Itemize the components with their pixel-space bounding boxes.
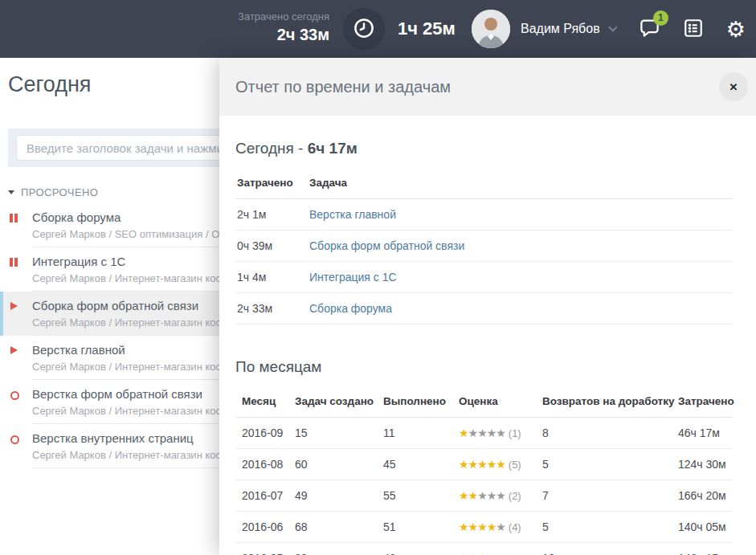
spent-cell: 2ч 33м: [235, 293, 308, 324]
month-cell: 2016-05: [235, 543, 288, 555]
clock-icon: [352, 16, 376, 43]
table-row: 2ч 1м Верстка главной: [235, 199, 732, 231]
caret-down-icon: [8, 190, 14, 194]
spent-cell: 2ч 1м: [235, 199, 308, 231]
active-timer-value: 1ч 25м: [398, 0, 456, 58]
board-list-icon: [683, 18, 704, 41]
task-link[interactable]: Сборка форума: [309, 302, 392, 315]
done-cell: 11: [377, 418, 452, 449]
report-panel-body: Сегодня - 6ч 17м Затрачено Задача 2ч 1м …: [219, 116, 756, 555]
report-panel: Отчет по времени и задачам ✕ Сегодня - 6…: [219, 58, 756, 555]
app-window: Затрачено сегодня 2ч 33м 1ч 25м Вадим Ря…: [0, 0, 756, 555]
created-cell: 60: [288, 449, 377, 480]
column-header-rating: Оценка: [452, 384, 536, 418]
table-row: 2016-05 39 42 ★★★★★(3) 10 146ч 15м: [235, 543, 732, 555]
group-label: ПРОСРОЧЕНО: [21, 186, 98, 198]
done-cell: 55: [377, 480, 452, 512]
returns-cell: 8: [536, 418, 672, 449]
column-header-spent: Затрачено: [672, 384, 732, 418]
header-icons: 1 ⚙: [639, 0, 746, 58]
table-row: 0ч 39м Сборка форм обратной связи: [235, 231, 732, 262]
task-link[interactable]: Верстка главной: [309, 208, 396, 221]
today-heading: Сегодня - 6ч 17м: [235, 140, 732, 157]
column-header-done: Выполнено: [377, 384, 452, 418]
avatar[interactable]: [472, 10, 510, 48]
created-cell: 39: [288, 543, 377, 555]
spent-cell: 166ч 20м: [672, 480, 732, 512]
returns-cell: 7: [536, 480, 672, 512]
user-menu[interactable]: Вадим Рябов: [521, 0, 616, 58]
spent-today-block: Затрачено сегодня 2ч 33м: [238, 10, 329, 45]
rating-stars: ★★★★★: [459, 458, 505, 471]
month-cell: 2016-06: [235, 512, 288, 543]
task-status-icon[interactable]: [10, 214, 21, 223]
column-header-month: Месяц: [235, 384, 288, 418]
close-button[interactable]: ✕: [719, 72, 748, 101]
rating-count: (4): [509, 521, 521, 533]
task-status-icon[interactable]: [10, 346, 21, 356]
timer-button[interactable]: [343, 8, 385, 50]
month-cell: 2016-08: [235, 449, 288, 480]
month-cell: 2016-09: [235, 418, 288, 449]
rating-count: (1): [509, 427, 521, 439]
app-header: Затрачено сегодня 2ч 33м 1ч 25м Вадим Ря…: [0, 0, 756, 58]
monthly-table: Месяц Задач создано Выполнено Оценка Воз…: [235, 384, 732, 555]
rating-count: (5): [509, 459, 521, 471]
rating-stars: ★★★★★: [459, 426, 505, 439]
task-link[interactable]: Сборка форм обратной связи: [309, 239, 464, 252]
returns-cell: 10: [536, 543, 672, 555]
spent-today-value: 2ч 33м: [238, 24, 329, 45]
spent-cell: 1ч 4м: [235, 262, 308, 293]
table-row: 2016-06 68 51 ★★★★★(4) 5 140ч 05м: [235, 512, 732, 543]
today-heading-prefix: Сегодня -: [235, 140, 308, 157]
today-heading-total: 6ч 17м: [308, 140, 358, 157]
report-panel-title: Отчет по времени и задачам: [219, 58, 756, 116]
spent-cell: 140ч 05м: [672, 512, 732, 543]
today-table: Затрачено Задача 2ч 1м Верстка главной 0…: [235, 165, 732, 324]
task-status-icon[interactable]: [10, 435, 21, 444]
rating-stars: ★★★★★: [459, 489, 505, 502]
rating-count: (2): [509, 490, 521, 502]
board-button[interactable]: [683, 18, 704, 41]
gear-icon: ⚙: [726, 18, 746, 40]
spent-today-label: Затрачено сегодня: [238, 10, 329, 24]
column-header-task: Задача: [308, 165, 732, 199]
task-link[interactable]: Интеграция с 1С: [309, 271, 397, 284]
table-row: 1ч 4м Интеграция с 1С: [235, 262, 732, 293]
user-name: Вадим Рябов: [521, 22, 600, 36]
column-header-created: Задач создано: [288, 384, 377, 418]
created-cell: 49: [288, 480, 377, 512]
spent-cell: 124ч 30м: [672, 449, 732, 480]
column-header-returns: Возвратов на доработку: [536, 384, 672, 418]
close-icon: ✕: [729, 81, 738, 93]
created-cell: 15: [288, 418, 377, 449]
task-status-icon[interactable]: [10, 258, 21, 267]
task-status-icon[interactable]: [10, 302, 21, 312]
spent-cell: 146ч 15м: [672, 543, 732, 555]
month-cell: 2016-07: [235, 480, 288, 512]
table-row: 2016-07 49 55 ★★★★★(2) 7 166ч 20м: [235, 480, 732, 512]
chat-badge: 1: [653, 10, 668, 26]
spent-cell: 0ч 39м: [235, 231, 308, 262]
created-cell: 68: [288, 512, 377, 543]
report-panel-header: Отчет по времени и задачам ✕: [219, 58, 756, 116]
table-row: 2016-08 60 45 ★★★★★(5) 5 124ч 30м: [235, 449, 732, 480]
returns-cell: 5: [536, 449, 672, 480]
chat-button[interactable]: 1: [639, 17, 660, 41]
settings-button[interactable]: ⚙: [726, 18, 746, 40]
table-row: 2016-09 15 11 ★★★★★(1) 8 46ч 17м: [235, 418, 732, 449]
rating-stars: ★★★★★: [459, 552, 505, 555]
done-cell: 51: [377, 512, 452, 543]
spent-cell: 46ч 17м: [672, 418, 732, 449]
returns-cell: 5: [536, 512, 672, 543]
chevron-down-icon: [608, 22, 617, 31]
table-row: 2ч 33м Сборка форума: [235, 293, 732, 324]
done-cell: 42: [377, 543, 452, 555]
monthly-heading: По месяцам: [235, 358, 732, 376]
rating-stars: ★★★★★: [459, 520, 505, 533]
task-status-icon[interactable]: [10, 390, 21, 400]
column-header-spent: Затрачено: [235, 165, 308, 199]
done-cell: 45: [377, 449, 452, 480]
